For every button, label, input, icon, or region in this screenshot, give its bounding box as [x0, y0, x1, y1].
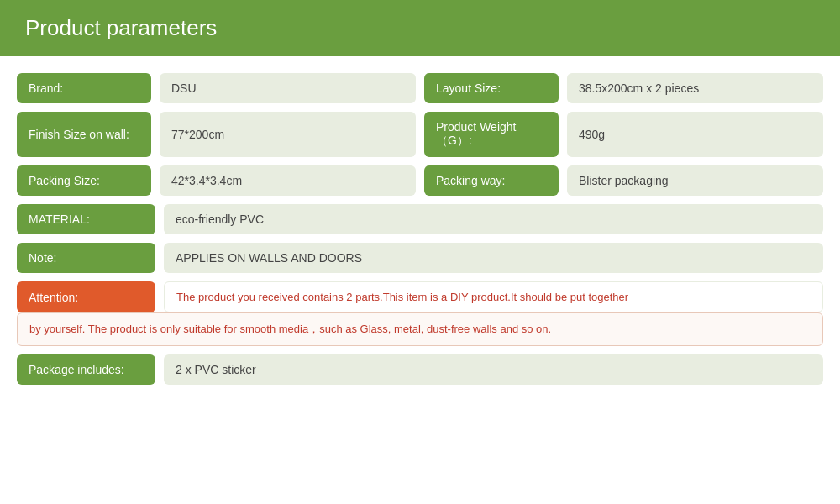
value-packingway: Blister packaging — [567, 165, 823, 196]
pair-packingway: Packing way: Blister packaging — [424, 165, 823, 196]
value-layout: 38.5x200cm x 2 pieces — [567, 73, 823, 103]
pair-packingsize: Packing Size: 42*3.4*3.4cm — [17, 165, 416, 196]
label-brand: Brand: — [17, 73, 151, 103]
row-attention: Attention: The product you received cont… — [17, 281, 823, 312]
label-note: Note: — [17, 243, 155, 273]
value-brand: DSU — [160, 73, 416, 103]
value-note: APPLIES ON WALLS AND DOORS — [164, 243, 823, 273]
value-attention: The product you received contains 2 part… — [164, 281, 823, 312]
value-package: 2 x PVC sticker — [164, 354, 823, 385]
pair-brand: Brand: DSU — [17, 73, 416, 103]
label-material: MATERIAL: — [17, 204, 155, 234]
value-packingsize: 42*3.4*3.4cm — [160, 165, 416, 196]
label-package: Package includes: — [17, 354, 155, 385]
label-packingsize: Packing Size: — [17, 165, 151, 196]
header: Product parameters — [0, 0, 840, 56]
pair-weight: Product Weight（G）: 490g — [424, 112, 823, 157]
row-package: Package includes: 2 x PVC sticker — [17, 354, 823, 385]
label-packingway: Packing way: — [424, 165, 559, 196]
row-note: Note: APPLIES ON WALLS AND DOORS — [17, 243, 823, 273]
page-title: Product parameters — [25, 15, 815, 41]
label-layout: Layout Size: — [424, 73, 559, 103]
row-brand-layout: Brand: DSU Layout Size: 38.5x200cm x 2 p… — [17, 73, 823, 103]
label-finishsize: Finish Size on wall: — [17, 112, 151, 157]
attention-continuation: by yourself. The product is only suitabl… — [17, 312, 823, 346]
row-finishsize-weight: Finish Size on wall: 77*200cm Product We… — [17, 112, 823, 157]
value-material: eco-friendly PVC — [164, 204, 823, 234]
value-finishsize: 77*200cm — [160, 112, 416, 157]
content-area: Brand: DSU Layout Size: 38.5x200cm x 2 p… — [0, 56, 840, 406]
label-weight: Product Weight（G）: — [424, 112, 559, 157]
value-weight: 490g — [567, 112, 823, 157]
row-material: MATERIAL: eco-friendly PVC — [17, 204, 823, 234]
row-packingsize-packingway: Packing Size: 42*3.4*3.4cm Packing way: … — [17, 165, 823, 196]
label-attention: Attention: — [17, 281, 155, 312]
pair-finishsize: Finish Size on wall: 77*200cm — [17, 112, 416, 157]
pair-layout: Layout Size: 38.5x200cm x 2 pieces — [424, 73, 823, 103]
